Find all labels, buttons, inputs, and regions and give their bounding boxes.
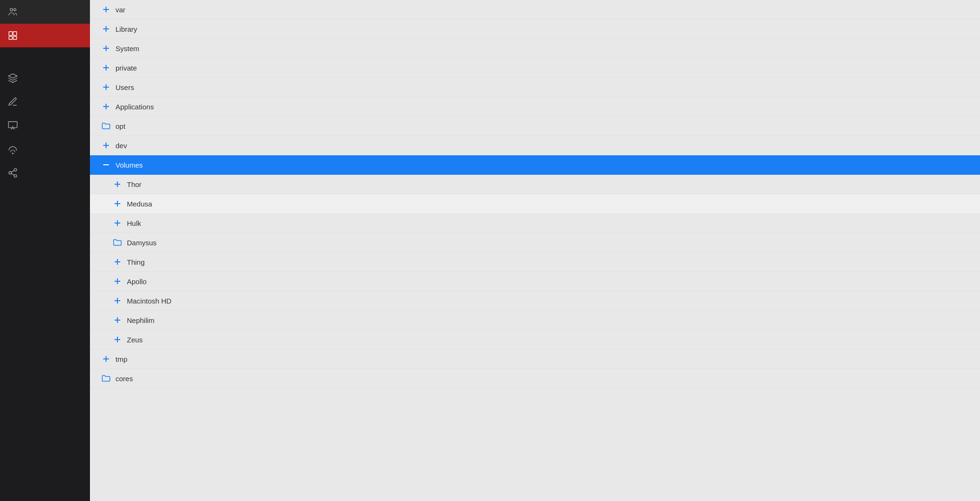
tree-item-label: Applications <box>116 103 154 111</box>
svg-line-11 <box>11 173 14 175</box>
svg-point-7 <box>12 153 13 154</box>
tree-item-var[interactable]: var <box>90 0 980 19</box>
main-content: var Library System private Users Applica… <box>90 0 980 501</box>
plus-icon <box>113 296 122 305</box>
metadata-icon <box>8 97 18 107</box>
plus-icon <box>101 141 111 150</box>
tree-item-medusa[interactable]: Medusa <box>90 194 980 214</box>
social-icon <box>8 168 18 178</box>
tree-item-applications[interactable]: Applications <box>90 97 980 116</box>
sidebar-item-library[interactable] <box>0 24 90 47</box>
plus-icon <box>113 199 122 208</box>
tree-item-private[interactable]: private <box>90 58 980 78</box>
tree-item-thing[interactable]: Thing <box>90 252 980 272</box>
svg-rect-5 <box>13 36 17 39</box>
tree-item-apollo[interactable]: Apollo <box>90 272 980 291</box>
tree-item-label: private <box>116 64 137 72</box>
plus-icon <box>101 102 111 111</box>
tree-item-label: System <box>116 45 139 53</box>
svg-rect-3 <box>13 32 17 36</box>
tree-item-damysus[interactable]: Damysus <box>90 233 980 252</box>
tree-item-cores[interactable]: cores <box>90 369 980 388</box>
plus-icon <box>101 5 111 14</box>
folder-icon <box>101 121 111 131</box>
tree-item-opt[interactable]: opt <box>90 116 980 136</box>
svg-point-9 <box>9 171 12 174</box>
tree-item-label: dev <box>116 142 127 150</box>
svg-line-12 <box>11 170 14 172</box>
plus-icon <box>113 315 122 325</box>
tree-item-label: Volumes <box>116 161 143 169</box>
svg-point-10 <box>14 175 17 178</box>
tree-item-nephilim[interactable]: Nephilim <box>90 311 980 330</box>
tree-item-label: Macintosh HD <box>127 297 171 305</box>
remote-icon <box>8 144 18 154</box>
tree-item-zeus[interactable]: Zeus <box>90 330 980 349</box>
presentation-icon <box>8 120 18 131</box>
sidebar-sub-online-sources[interactable] <box>0 57 90 66</box>
plus-icon <box>101 63 111 72</box>
file-tree: var Library System private Users Applica… <box>90 0 980 388</box>
users-icon <box>8 7 18 17</box>
tree-item-library[interactable]: Library <box>90 19 980 39</box>
sidebar-sub-shared-folders[interactable] <box>0 47 90 57</box>
plus-icon <box>113 277 122 286</box>
tree-item-label: Apollo <box>127 277 147 286</box>
sidebar-item-remote[interactable] <box>0 137 90 161</box>
plus-icon <box>113 218 122 228</box>
delivery-icon <box>8 73 18 83</box>
sidebar-item-social[interactable] <box>0 161 90 185</box>
svg-point-8 <box>14 169 17 171</box>
sidebar-item-metadata[interactable] <box>0 90 90 114</box>
svg-point-1 <box>14 9 16 11</box>
svg-point-0 <box>10 9 13 11</box>
tree-item-label: opt <box>116 122 125 130</box>
tree-item-label: var <box>116 6 125 14</box>
minus-icon <box>101 160 111 170</box>
plus-icon <box>101 354 111 364</box>
tree-item-label: Nephilim <box>127 316 154 324</box>
tree-item-dev[interactable]: dev <box>90 136 980 155</box>
tree-item-label: tmp <box>116 355 127 363</box>
tree-item-label: Damysus <box>127 239 157 247</box>
tree-item-hulk[interactable]: Hulk <box>90 214 980 233</box>
tree-item-volumes[interactable]: Volumes <box>90 155 980 175</box>
tree-item-label: Hulk <box>127 219 141 227</box>
svg-rect-2 <box>9 32 12 36</box>
sidebar-item-presentation[interactable] <box>0 114 90 137</box>
tree-item-thor[interactable]: Thor <box>90 175 980 194</box>
folder-icon <box>101 374 111 383</box>
svg-rect-4 <box>9 36 12 39</box>
tree-item-label: Users <box>116 83 134 91</box>
tree-item-label: cores <box>116 375 133 383</box>
sidebar-item-delivery[interactable] <box>0 66 90 90</box>
tree-item-label: Thing <box>127 258 145 266</box>
tree-item-system[interactable]: System <box>90 39 980 58</box>
plus-icon <box>113 179 122 189</box>
tree-item-label: Zeus <box>127 336 143 344</box>
plus-icon <box>113 335 122 344</box>
sidebar-item-users[interactable] <box>0 0 90 24</box>
tree-item-label: Library <box>116 25 137 33</box>
plus-icon <box>101 82 111 92</box>
folder-icon <box>113 238 122 247</box>
plus-icon <box>101 44 111 53</box>
tree-item-label: Thor <box>127 180 142 188</box>
tree-item-macintosh-hd[interactable]: Macintosh HD <box>90 291 980 311</box>
plus-icon <box>113 257 122 267</box>
tree-item-label: Medusa <box>127 200 152 208</box>
plus-icon <box>101 24 111 34</box>
library-icon <box>8 30 18 41</box>
tree-item-users-dir[interactable]: Users <box>90 78 980 97</box>
sidebar <box>0 0 90 501</box>
tree-item-tmp[interactable]: tmp <box>90 349 980 369</box>
